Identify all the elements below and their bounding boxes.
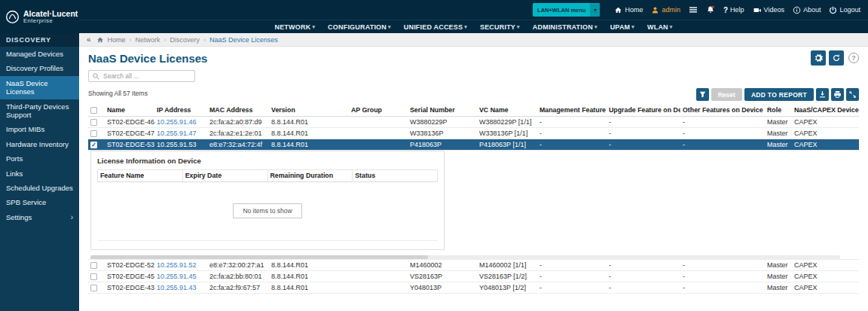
row-checkbox[interactable]: [90, 119, 97, 126]
breadcrumb-item[interactable]: Network: [136, 36, 160, 44]
sidebar-item-import-mibs[interactable]: Import MIBs: [0, 122, 79, 136]
cell-ap_group: [349, 259, 408, 270]
chevron-down-icon: ▾: [312, 24, 315, 30]
user-menu[interactable]: admin: [651, 6, 680, 14]
nav-item-wlan[interactable]: WLAN▾: [647, 23, 673, 31]
column-header[interactable]: NaaS/CAPEX Device: [792, 104, 859, 116]
brand-text: Alcatel·Lucent Enterprise: [23, 10, 78, 24]
filter-button[interactable]: [696, 88, 709, 101]
sidebar-item-naas-device-licenses[interactable]: NaaS Device Licenses: [0, 76, 79, 99]
column-header[interactable]: Other Features on Device: [680, 104, 765, 116]
videos-button[interactable]: Videos: [753, 6, 784, 14]
table-row[interactable]: ST02-EDGE-4610.255.91.462c:fa:a2:a0:87:d…: [88, 116, 859, 127]
cell-name: ST02-EDGE-47: [105, 127, 154, 139]
refresh-button[interactable]: [829, 50, 844, 66]
row-checkbox[interactable]: [90, 130, 97, 137]
cell-ip: 10.255.91.47: [154, 127, 207, 139]
license-info-panel: License Information on DeviceFeature Nam…: [90, 151, 445, 250]
column-header[interactable]: Role: [765, 104, 792, 116]
nav-item-network[interactable]: NETWORK▾: [274, 23, 315, 31]
row-checkbox[interactable]: [90, 285, 97, 291]
page-title: NaaS Device Licenses: [88, 52, 207, 65]
about-button[interactable]: About: [793, 6, 821, 14]
sidebar-item-managed-devices[interactable]: Managed Devices: [0, 47, 79, 61]
horizontal-scrollbar[interactable]: [90, 255, 840, 259]
cell-version: 8.8.144.R01: [269, 116, 349, 127]
cell-other_features: -: [680, 116, 765, 127]
sidebar-item-links[interactable]: Links: [0, 166, 79, 181]
sidebar-item-third-party-devices-support[interactable]: Third-Party Devices Support: [0, 99, 79, 123]
cell-vc_name: P418063P [1/1]: [477, 139, 537, 150]
column-header[interactable]: Version: [269, 104, 349, 116]
nav-item-configuration[interactable]: CONFIGURATION▾: [328, 23, 391, 31]
select-all-checkbox[interactable]: [90, 107, 97, 114]
home-label: Home: [625, 6, 643, 14]
device-table-body: ST02-EDGE-4610.255.91.462c:fa:a2:a0:87:d…: [88, 116, 859, 293]
table-row[interactable]: ST02-EDGE-4510.255.91.452c:fa:a2:bb:80:0…: [88, 270, 859, 282]
home-button[interactable]: Home: [614, 6, 643, 14]
help-button[interactable]: ? Help: [723, 6, 744, 14]
page-help-button[interactable]: ?: [848, 53, 859, 63]
breadcrumb-separator: ›: [164, 36, 167, 44]
table-row[interactable]: ST02-EDGE-4710.255.91.472c:fa:a2:e1:2e:0…: [88, 127, 859, 139]
cell-upgrade_feature: -: [607, 127, 680, 139]
about-label: About: [803, 6, 821, 14]
fullscreen-button[interactable]: [846, 88, 859, 101]
cell-ip: 10.255.91.43: [154, 282, 207, 293]
cell-upgrade_feature: -: [607, 259, 680, 270]
row-checkbox[interactable]: ✓: [90, 142, 97, 148]
notifications-button[interactable]: [706, 5, 715, 14]
lan-wlan-menu-select[interactable]: LAN+WLAN menu ▾: [533, 3, 600, 17]
apps-menu-button[interactable]: [689, 6, 698, 14]
sidebar-collapse-icon[interactable]: «: [87, 35, 91, 44]
column-header[interactable]: VC Name: [477, 104, 537, 116]
breadcrumb-item[interactable]: Discovery: [170, 36, 200, 44]
print-button[interactable]: [831, 88, 844, 101]
scrollbar-thumb[interactable]: [90, 255, 428, 259]
column-header[interactable]: MAC Address: [207, 104, 269, 116]
cell-upgrade_feature: -: [607, 116, 680, 127]
breadcrumb-item[interactable]: Home: [108, 36, 126, 44]
add-to-report-button[interactable]: ADD TO REPORT: [744, 88, 814, 101]
main-nav: NETWORK▾CONFIGURATION▾UNIFIED ACCESS▾SEC…: [79, 20, 868, 33]
ip-address-link[interactable]: 10.255.91.45: [157, 273, 197, 280]
sidebar-item-spb-service[interactable]: SPB Service: [0, 195, 79, 209]
nav-item-upam[interactable]: UPAM▾: [610, 23, 634, 31]
nav-item-security[interactable]: SECURITY▾: [480, 23, 520, 31]
brand-subtitle: Enterprise: [23, 18, 78, 24]
ip-address-link[interactable]: 10.255.91.52: [157, 261, 197, 269]
table-row[interactable]: ST02-EDGE-5210.255.91.52e8:e7:32:00:27:a…: [88, 259, 859, 270]
nav-item-administration[interactable]: ADMINISTRATION▾: [533, 23, 598, 31]
nav-item-unified-access[interactable]: UNIFIED ACCESS▾: [404, 23, 467, 31]
cell-mgmt_feature: -: [537, 139, 607, 150]
cell-other_features: -: [680, 270, 765, 282]
sidebar-item-scheduled-upgrades[interactable]: Scheduled Upgrades: [0, 181, 79, 195]
column-header[interactable]: IP Address: [154, 104, 207, 116]
breadcrumb-item[interactable]: NaaS Device Licenses: [209, 36, 278, 44]
ip-address-link[interactable]: 10.255.91.47: [157, 130, 197, 137]
export-button[interactable]: [816, 88, 829, 101]
ip-address-link[interactable]: 10.255.91.53: [157, 141, 197, 148]
row-checkbox[interactable]: [90, 273, 97, 280]
cell-ap_group: [349, 127, 408, 139]
column-header[interactable]: Upgrade Feature on Device: [607, 104, 680, 116]
search-row: [79, 69, 868, 84]
sidebar-item-ports[interactable]: Ports: [0, 151, 79, 166]
logout-button[interactable]: Logout: [829, 6, 860, 14]
column-header[interactable]: Name: [105, 104, 154, 116]
cell-version: 8.8.144.R01: [269, 259, 349, 270]
table-row[interactable]: ✓ST02-EDGE-5310.255.91.53e8:e7:32:a4:72:…: [88, 139, 859, 150]
column-header[interactable]: Serial Number: [408, 104, 477, 116]
column-header[interactable]: AP Group: [349, 104, 408, 116]
sidebar-item-hardware-inventory[interactable]: Hardware Inventory: [0, 137, 79, 151]
table-row[interactable]: ST02-EDGE-4310.255.91.432c:fa:a2:f9:67:5…: [88, 282, 859, 293]
settings-gear-button[interactable]: [811, 50, 826, 66]
sidebar-item-settings[interactable]: Settings›: [0, 210, 79, 225]
sidebar-item-discovery-profiles[interactable]: Discovery Profiles: [0, 61, 79, 75]
column-header[interactable]: Management Feature on D...: [537, 104, 607, 116]
reset-button[interactable]: Reset: [711, 88, 742, 101]
ip-address-link[interactable]: 10.255.91.43: [157, 284, 197, 291]
row-checkbox[interactable]: [90, 262, 97, 269]
ip-address-link[interactable]: 10.255.91.46: [157, 118, 197, 126]
search-input[interactable]: [103, 72, 191, 80]
